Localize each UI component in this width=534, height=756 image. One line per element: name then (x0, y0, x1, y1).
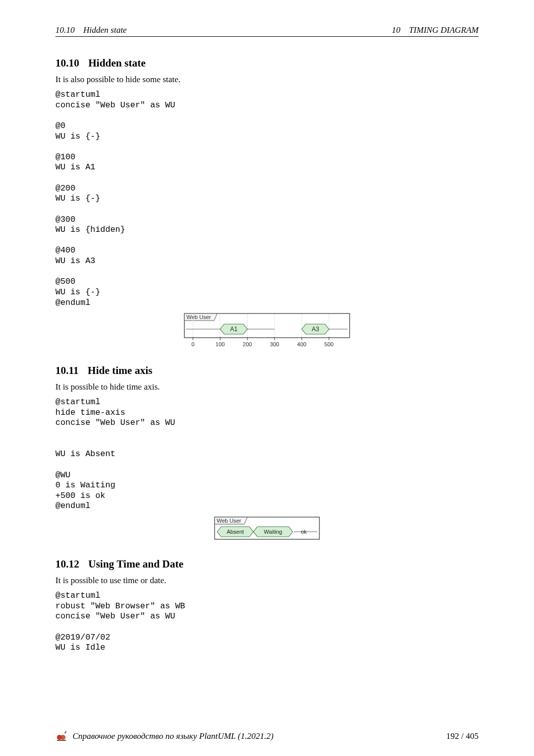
header-chapter-num: 10 (392, 25, 400, 35)
state-a3-label: A3 (312, 326, 319, 333)
tick-label: 100 (216, 341, 225, 347)
tick-label: 0 (191, 341, 194, 347)
tick-label: 400 (297, 341, 306, 347)
section-intro: It is possible to hide time axis. (55, 382, 479, 392)
header-left: 10.10 Hidden state (55, 25, 127, 35)
section-heading-10-12: 10.12Using Time and Date (55, 558, 479, 571)
state-absent-label: Absent (227, 529, 244, 535)
header-section-title: Hidden state (83, 25, 126, 35)
section-num: 10.12 (55, 558, 79, 570)
code-block: @startuml concise "Web User" as WU @0 WU… (55, 90, 479, 308)
state-ok-label: ok (301, 529, 307, 535)
header-right: 10 TIMING DIAGRAM (392, 25, 479, 35)
footer-text: Справочное руководство по языку PlantUML… (73, 731, 274, 741)
svg-point-13 (60, 735, 65, 740)
tick-label: 200 (243, 341, 252, 347)
axis: 0 100 200 300 400 500 (191, 337, 333, 347)
footer-left: Справочное руководство по языку PlantUML… (55, 731, 274, 742)
diagram-hidden-state: Web User A1 A3 0 (55, 313, 479, 350)
code-block: @startuml hide time-axis concise "Web Us… (55, 397, 479, 512)
section-num: 10.10 (55, 57, 79, 69)
section-intro: It is also possible to hide some state. (55, 75, 479, 85)
section-num: 10.11 (55, 364, 79, 376)
header-chapter-title: TIMING DIAGRAM (409, 25, 479, 35)
page: 10.10 Hidden state 10 TIMING DIAGRAM 10.… (0, 0, 534, 756)
timing-diagram-svg: Web User Absent Waiting ok (214, 517, 320, 542)
svg-rect-14 (57, 740, 66, 741)
state-a1-label: A1 (230, 326, 238, 333)
header-section-num: 10.10 (55, 25, 75, 35)
tick-label: 300 (270, 341, 279, 347)
plantuml-icon (55, 731, 69, 742)
state-waiting-label: Waiting (264, 529, 282, 535)
page-footer: Справочное руководство по языку PlantUML… (55, 731, 479, 742)
section-heading-10-10: 10.10Hidden state (55, 57, 479, 70)
caption-text: Web User (217, 518, 241, 524)
diagram-hide-time-axis: Web User Absent Waiting ok (55, 517, 479, 544)
section-title: Using Time and Date (88, 558, 183, 570)
tick-label: 500 (324, 341, 333, 347)
timing-diagram-svg: Web User A1 A3 0 (184, 313, 350, 348)
caption-text: Web User (186, 314, 211, 320)
footer-page: 192 / 405 (446, 731, 479, 741)
section-intro: It is possible to use time or date. (55, 576, 479, 586)
section-title: Hidden state (88, 57, 146, 69)
page-header: 10.10 Hidden state 10 TIMING DIAGRAM (55, 25, 479, 37)
code-block: @startuml robust "Web Browser" as WB con… (55, 591, 479, 653)
section-title: Hide time axis (88, 364, 152, 376)
section-heading-10-11: 10.11Hide time axis (55, 364, 479, 377)
